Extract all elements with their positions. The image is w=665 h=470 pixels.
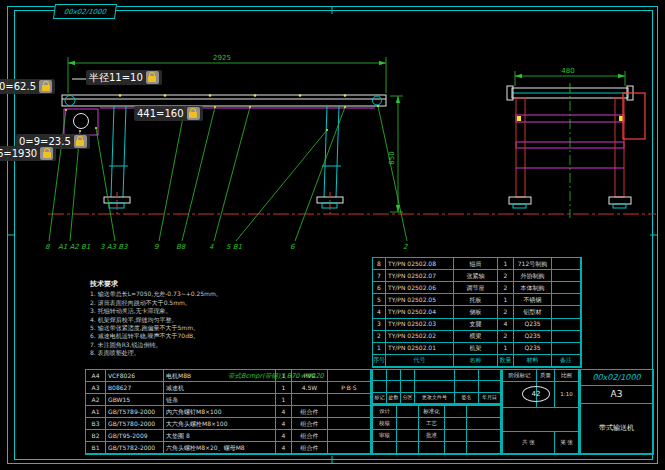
empty-cell [415, 381, 455, 392]
balloon-label: A1 A2 B1 [58, 243, 90, 251]
note-line: 2. 滚筒表面径向跳动不大于0.5mm。 [90, 299, 352, 307]
parts-cell: 组合件 [292, 430, 328, 442]
bom-header-cell: 代号 [386, 355, 454, 367]
annotation-chip[interactable]: 半径11=10 [86, 70, 162, 85]
label-design: 设计 [373, 406, 397, 418]
empty-cell [503, 408, 579, 432]
note-line: 8. 表面喷塑处理。 [90, 349, 352, 357]
bom-cell: 4 [373, 306, 386, 318]
empty-cell [373, 442, 397, 454]
parts-cell: 组合件 [292, 406, 328, 418]
annotation-label: 441=160 [137, 107, 184, 120]
bom-cell: Q235 [514, 343, 552, 355]
balloon-label: 4 [209, 243, 213, 251]
sheet-size: A3 [581, 386, 653, 404]
bom-cell: 1 [373, 343, 386, 355]
drawing-name: 带式输送机 [581, 404, 653, 454]
annotation-chip[interactable]: 441=160 [134, 106, 203, 121]
label-process: 工艺 [419, 418, 445, 430]
bom-header-cell: 序号 [373, 355, 386, 367]
bom-header-cell: 备注 [552, 355, 581, 367]
bom-cell: 8 [373, 258, 386, 270]
parts-cell [328, 418, 371, 430]
parts-cell: 4 [276, 430, 292, 442]
bom-cell [552, 294, 581, 306]
empty-cell [467, 418, 501, 430]
bom-cell [552, 270, 581, 282]
lock-icon[interactable] [39, 80, 52, 93]
bom-cell: Q235 [514, 331, 552, 343]
empty-cell [445, 430, 467, 442]
note-line: 6. 减速电机运转平稳,噪声不大于70dB。 [90, 332, 352, 340]
stage-scale-block: 阶段标记 质量 比例 1:10 共 张 第 张 [502, 369, 580, 455]
bom-cell [552, 282, 581, 294]
annotation-label: 半径11=10 [89, 71, 143, 84]
drawing-number: 00x02/1000 [581, 370, 653, 386]
parts-cell: GB/T5789-2000 [106, 406, 164, 418]
bom-cell: 3 [373, 319, 386, 331]
label-zone: 分区 [401, 393, 415, 404]
empty-cell [397, 418, 419, 430]
bom-cell: TY/PN 02502.08 [386, 258, 454, 270]
bom-cell: 辊筒 [454, 258, 498, 270]
bom-cell: TY/PN 02502.07 [386, 270, 454, 282]
bom-cell: 托板 [454, 294, 498, 306]
label-audit: 审核 [373, 430, 397, 442]
parts-cell [328, 394, 371, 406]
lock-icon[interactable] [146, 71, 159, 84]
annotation-chip[interactable]: 0=62.5 [0, 79, 55, 94]
label-check: 校核 [373, 418, 397, 430]
annotation-label: 6=1930 [0, 147, 37, 160]
weight-mark: 42 [522, 386, 550, 402]
empty-cell [387, 370, 401, 381]
parts-cell: 组合件 [292, 442, 328, 454]
signature-grid: 设计 标准化 校核 工艺 审核 批准 [372, 405, 502, 455]
parts-cell: A3 [86, 382, 106, 394]
lock-icon[interactable] [40, 147, 53, 160]
parts-cell: 1 [276, 382, 292, 394]
parts-cell: 链条 [164, 394, 276, 406]
lock-icon[interactable] [74, 135, 87, 148]
head-pulley [373, 96, 382, 105]
parts-cell: GB/T5780-2000 [106, 418, 164, 430]
note-line: 4. 机架焊后校平,焊缝均匀平整。 [90, 316, 352, 324]
empty-cell [445, 406, 467, 418]
note-line: 3. 托辊转动灵活,无卡滞现象。 [90, 307, 352, 315]
parts-cell: P·B·S [328, 382, 371, 394]
parts-cell: A1 [86, 406, 106, 418]
annotation-chip[interactable]: 6=1930 [0, 146, 56, 161]
dim-frame-width-text: 480 [561, 67, 574, 75]
balloon-label: 5 B1 [226, 243, 242, 251]
drawing-number-stamp: 00x02/1000 [53, 4, 117, 19]
parts-cell: 大垫圈 8 [164, 430, 276, 442]
bom-cell: 侧板 [454, 306, 498, 318]
label-stage: 阶段标记 [503, 370, 537, 382]
bom-cell: 张紧轴 [454, 270, 498, 282]
parts-cell: GB/T5782-2000 [106, 442, 164, 454]
parts-cell: 4.5W [292, 382, 328, 394]
bom-cell: 不锈钢 [514, 294, 552, 306]
bom-cell [552, 306, 581, 318]
bom-cell: 外协制购 [514, 270, 552, 282]
parts-cell: A2 [86, 394, 106, 406]
bom-cell: 支腿 [454, 319, 498, 331]
bom-cell: TY/PN 02502.02 [386, 331, 454, 343]
bom-cell: 调节座 [454, 282, 498, 294]
bom-cell: 7 [373, 270, 386, 282]
parts-cell: 内六角螺钉M8×100 [164, 406, 276, 418]
belt-body [62, 95, 386, 106]
bom-cell: 6 [373, 282, 386, 294]
parts-cell: 4 [276, 418, 292, 430]
detail-highlight-box [623, 93, 645, 139]
bom-cell: TY/PN 02502.05 [386, 294, 454, 306]
bom-cell: 2 [498, 270, 514, 282]
lock-icon[interactable] [187, 107, 200, 120]
label-sign: 签名 [455, 393, 479, 404]
bom-cell: TY/PN 02502.04 [386, 306, 454, 318]
bom-cell: TY/PN 02502.03 [386, 319, 454, 331]
bom-cell: 横梁 [454, 331, 498, 343]
parts-cell [328, 370, 371, 382]
parts-cell: GBW15 [106, 394, 164, 406]
parts-cell: 大六角头螺栓M8×100 [164, 418, 276, 430]
bom-header-cell: 数量 [498, 355, 514, 367]
